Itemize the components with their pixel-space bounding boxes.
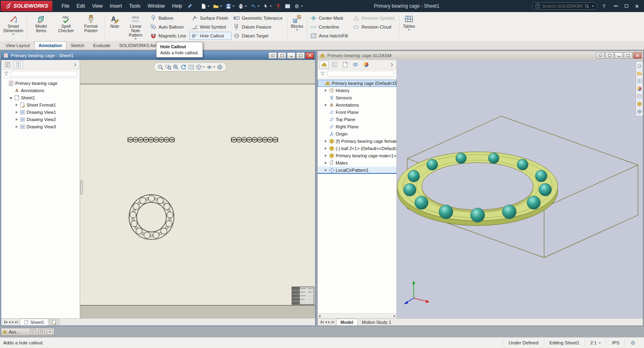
tree-item-drawing-view3[interactable]: Drawing View3 <box>1 123 80 130</box>
filter-input[interactable] <box>11 71 77 77</box>
sheet1-tab[interactable]: Sheet1 <box>20 319 48 325</box>
tree-item-root[interactable]: Primary bearing cage <box>1 80 80 87</box>
child-minimize-button[interactable] <box>615 52 623 59</box>
open-button[interactable] <box>212 2 223 10</box>
view-palette-icon[interactable] <box>637 78 642 84</box>
revision-symbol-button[interactable]: Revision Symbol <box>351 14 398 22</box>
pin-menu-button[interactable] <box>186 1 193 11</box>
tree-item-assembly-root[interactable]: Primary bearing cage (Default<Display <box>318 80 396 87</box>
close-button[interactable] <box>47 329 53 335</box>
center-mark-button[interactable]: Center Mark <box>308 14 351 22</box>
assembly-window-titlebar[interactable]: Primary bearing cage.SLDASM <box>318 51 643 60</box>
tree-item-right-plane[interactable]: Right Plane <box>318 123 396 130</box>
expand-arrow[interactable] <box>14 125 19 129</box>
child-minimize-button[interactable] <box>287 52 295 59</box>
linear-note-pattern-button[interactable]: AAAAAA Linear Note Pattern <box>123 13 148 41</box>
view-settings-button[interactable] <box>217 64 223 70</box>
status-globe[interactable] <box>625 339 641 346</box>
design-library-icon[interactable] <box>637 71 642 76</box>
expand-arrow[interactable] <box>14 117 19 121</box>
motion-study-tab[interactable]: Motion Study 1 <box>358 319 395 325</box>
tree-item-annotations[interactable]: AAnnotations <box>318 101 396 109</box>
help-button[interactable]: ? <box>601 3 607 9</box>
hole-callout-button[interactable]: ØHole Callout <box>190 32 231 40</box>
menu-edit[interactable]: Edit <box>73 1 89 11</box>
tree-item-sheet1[interactable]: Sheet1 <box>1 94 80 101</box>
menu-window[interactable]: Window <box>144 1 169 11</box>
help-search-box[interactable]: ? <box>532 2 597 10</box>
menu-help[interactable]: Help <box>169 1 186 11</box>
expand-arrow[interactable] <box>324 89 328 93</box>
drawing-canvas[interactable] <box>80 60 315 318</box>
tables-button[interactable]: Tables <box>400 13 417 41</box>
tree-item-annotations[interactable]: AAnnotations <box>1 87 80 94</box>
save-button[interactable] <box>224 2 236 10</box>
zoom-in-out-button[interactable] <box>173 64 179 70</box>
minimize-button[interactable] <box>611 2 621 10</box>
tree-item-front-plane[interactable]: Front Plane <box>318 109 396 116</box>
auto-balloon-button[interactable]: Auto Balloon <box>148 23 190 31</box>
tree-item-history[interactable]: History <box>318 87 396 94</box>
tab-sketch[interactable]: Sketch <box>66 41 89 49</box>
select-button[interactable] <box>262 2 273 10</box>
maximize-button[interactable] <box>38 329 45 335</box>
appearances-icon[interactable] <box>637 86 642 91</box>
area-hatch-button[interactable]: Area Hatch/Fill <box>308 32 351 40</box>
add-sheet-tab[interactable] <box>49 319 60 325</box>
displaymanager-tab[interactable] <box>361 61 371 68</box>
toolbox-button[interactable] <box>274 2 283 10</box>
tree-item-localcirpattern1[interactable]: LocalCirPattern1 <box>318 167 396 174</box>
view-orientation-button[interactable] <box>196 64 205 70</box>
expand-arrow[interactable] <box>324 154 328 158</box>
tree-item-female-cage[interactable]: (f) Primary bearing cage female<1> <box>318 138 396 145</box>
display-style-button[interactable] <box>206 64 215 70</box>
note-button[interactable]: A Note <box>106 13 123 41</box>
blocks-button[interactable]: AB Blocks <box>289 13 305 41</box>
custom-properties-icon[interactable] <box>637 94 642 99</box>
assembly-viewport[interactable] <box>397 60 643 318</box>
tree-item-top-plane[interactable]: Top Plane <box>318 116 396 123</box>
toolbox-parts-icon[interactable] <box>637 101 642 107</box>
tree-item-origin[interactable]: Origin <box>318 130 396 138</box>
model-items-button[interactable]: Model Items <box>29 13 54 41</box>
expand-arrow[interactable] <box>324 161 328 165</box>
tree-item-male-cage[interactable]: Primary bearing cage male<1> (Def <box>318 152 396 159</box>
balloon-button[interactable]: 1Balloon <box>148 14 190 22</box>
panel-expand-chevron[interactable] <box>390 63 393 66</box>
tree-item-drawing-view1[interactable]: Drawing View1 <box>1 109 80 116</box>
tree-item-ball2[interactable]: (-) ball 2<1> (Default<<Default>_D <box>318 145 396 152</box>
smart-dimension-button[interactable]: Smart Dimension <box>1 13 26 41</box>
close-button[interactable] <box>632 2 642 10</box>
tree-item-mates[interactable]: Mates <box>318 159 396 167</box>
filter-input[interactable] <box>327 71 394 77</box>
expand-arrow[interactable] <box>324 168 328 172</box>
dimxpertmanager-tab[interactable] <box>351 61 360 68</box>
model-tab[interactable]: Model <box>336 319 358 325</box>
search-scope-caret[interactable] <box>592 6 594 7</box>
expand-arrow[interactable] <box>9 96 13 100</box>
options-button[interactable] <box>293 2 304 10</box>
weld-symbol-button[interactable]: Weld Symbol <box>190 23 231 31</box>
menu-file[interactable]: File <box>58 1 73 11</box>
child-close-button[interactable] <box>633 52 642 59</box>
child-maximize-button[interactable] <box>624 52 632 59</box>
tab-nav-buttons[interactable] <box>319 321 336 323</box>
print-button[interactable] <box>237 2 248 10</box>
expand-arrow[interactable] <box>324 103 328 107</box>
layout-button[interactable] <box>278 52 286 59</box>
panel-splitter-grip[interactable] <box>80 181 83 194</box>
tab-view-layout[interactable]: View Layout <box>1 41 34 49</box>
property-tab[interactable] <box>14 61 23 68</box>
featuremanager-tab[interactable] <box>320 61 329 68</box>
new-document-button[interactable] <box>199 2 211 10</box>
menu-view[interactable]: View <box>89 1 106 11</box>
spell-checker-button[interactable]: Abc Spell Checker <box>54 13 78 41</box>
layout-button[interactable] <box>605 52 614 59</box>
propertymanager-tab[interactable] <box>330 61 339 68</box>
expand-arrow[interactable] <box>324 139 328 143</box>
sheet-scale-dropdown[interactable]: 2:1 <box>584 339 606 346</box>
rotate-view-button[interactable] <box>180 64 187 70</box>
panel-expand-chevron[interactable] <box>73 63 76 66</box>
resources-home-icon[interactable] <box>637 63 642 68</box>
surface-finish-button[interactable]: Surface Finish <box>190 14 231 22</box>
